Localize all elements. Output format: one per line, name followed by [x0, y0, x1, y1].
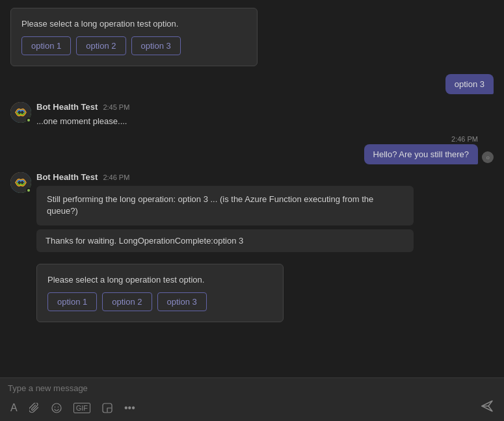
top-card-wrapper: Please select a long operation test opti…	[10, 8, 310, 66]
bot-time-2: 2:46 PM	[103, 173, 129, 181]
top-option-btn-1[interactable]: option 1	[21, 36, 71, 55]
top-option-btn-3[interactable]: option 3	[131, 36, 181, 55]
bot-message-1-text: ...one moment please....	[36, 116, 129, 127]
user-reply-2-text: Hello? Are you still there?	[373, 149, 469, 159]
bottom-card-buttons: option 1 option 2 option 3	[47, 292, 272, 311]
bottom-option-btn-1[interactable]: option 1	[47, 292, 97, 311]
message-input[interactable]	[8, 383, 496, 393]
top-option-btn-2[interactable]: option 2	[76, 36, 126, 55]
user-reply-1-container: option 3	[10, 74, 494, 94]
user-reply-2-time: 2:46 PM	[451, 135, 478, 143]
format-icon: A	[10, 402, 18, 414]
bot-avatar-1	[10, 102, 31, 123]
sticker-button[interactable]	[99, 400, 115, 416]
bottom-card-prompt: Please select a long operation test opti…	[47, 275, 272, 285]
top-option-card: Please select a long operation test opti…	[10, 8, 258, 66]
bot-status-dot-1	[26, 118, 31, 123]
user-reply-2-icon: ○	[482, 151, 494, 163]
format-button[interactable]: A	[8, 400, 20, 416]
top-card-prompt: Please select a long operation test opti…	[21, 19, 246, 29]
gif-button[interactable]: GIF	[71, 400, 93, 416]
more-button[interactable]: •••	[122, 400, 138, 416]
top-card-buttons: option 1 option 2 option 3	[21, 36, 246, 55]
send-icon	[481, 400, 494, 413]
toolbar-row: A GIF •••	[8, 397, 496, 418]
user-reply-2-bubble: Hello? Are you still there?	[364, 144, 478, 164]
bot-message-2-bubble: Still performing the long operation: opt…	[36, 186, 414, 225]
bot-message-2-content: Bot Health Test 2:46 PM Still performing…	[36, 172, 414, 322]
user-reply-1-text: option 3	[455, 79, 484, 89]
chat-area: Please select a long operation test opti…	[0, 0, 504, 377]
user-reply-2-wrapper: 2:46 PM Hello? Are you still there?	[364, 135, 478, 164]
bot-message-1-content: Bot Health Test 2:45 PM ...one moment pl…	[36, 102, 129, 127]
more-icon: •••	[124, 402, 135, 414]
gif-icon: GIF	[73, 403, 90, 413]
bot-message-2-body: Still performing the long operation: opt…	[47, 194, 403, 217]
bot-thanks-message: Thanks for waiting. LongOperationComplet…	[36, 229, 414, 252]
svg-point-3	[54, 406, 55, 407]
input-area: A GIF •••	[0, 377, 504, 421]
bot-name-2: Bot Health Test	[36, 172, 98, 182]
bottom-option-btn-2[interactable]: option 2	[102, 292, 152, 311]
svg-point-4	[57, 406, 59, 407]
send-button[interactable]	[478, 397, 496, 418]
message-input-row	[8, 383, 496, 393]
bottom-option-btn-3[interactable]: option 3	[157, 292, 207, 311]
sticker-icon	[102, 403, 113, 413]
bot-message-1-container: Bot Health Test 2:45 PM ...one moment pl…	[10, 102, 494, 127]
bot-avatar-2	[10, 172, 31, 193]
bot-message-2-container: Bot Health Test 2:46 PM Still performing…	[10, 172, 494, 322]
bottom-option-card: Please select a long operation test opti…	[36, 264, 284, 322]
bot-message-2-header: Bot Health Test 2:46 PM	[36, 172, 414, 182]
user-reply-2-container: 2:46 PM Hello? Are you still there? ○	[10, 135, 494, 164]
svg-point-2	[52, 403, 61, 413]
user-reply-1-bubble: option 3	[445, 74, 494, 94]
attach-icon	[29, 403, 40, 413]
bot-time-1: 2:45 PM	[103, 103, 129, 111]
attach-button[interactable]	[27, 400, 42, 416]
bot-message-1-header: Bot Health Test 2:45 PM	[36, 102, 129, 112]
emoji-icon	[51, 403, 62, 413]
bot-name-1: Bot Health Test	[36, 102, 98, 112]
emoji-button[interactable]	[49, 400, 64, 416]
